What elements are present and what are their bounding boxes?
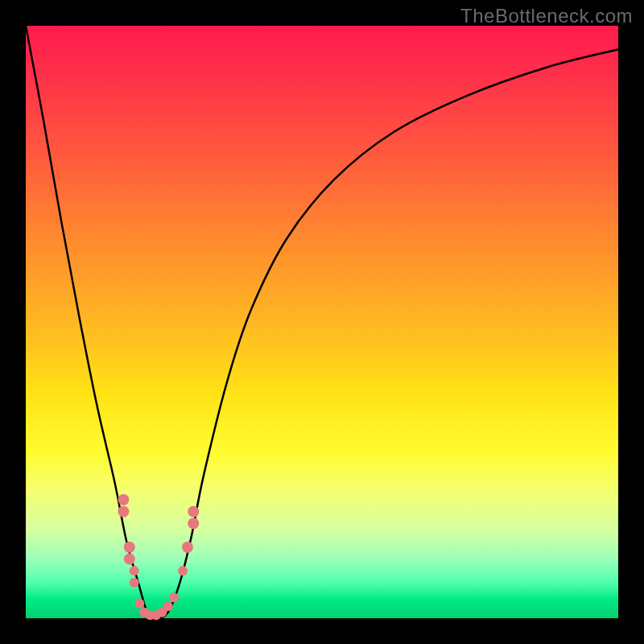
data-point [163, 601, 173, 611]
data-point [124, 553, 135, 564]
watermark-text: TheBottleneck.com [460, 5, 633, 27]
data-point [169, 592, 179, 602]
chart-svg [26, 26, 618, 618]
data-point [188, 518, 199, 529]
plot-area [26, 26, 618, 618]
data-point [182, 542, 193, 553]
data-point [124, 542, 135, 553]
data-point [118, 494, 129, 506]
data-point [178, 566, 188, 576]
data-point [130, 578, 139, 588]
data-point [188, 506, 199, 518]
data-point [134, 599, 144, 609]
bottleneck-curve [26, 26, 618, 618]
outer-frame: TheBottleneck.com [0, 0, 644, 644]
data-point [130, 566, 139, 576]
data-point [118, 506, 129, 518]
